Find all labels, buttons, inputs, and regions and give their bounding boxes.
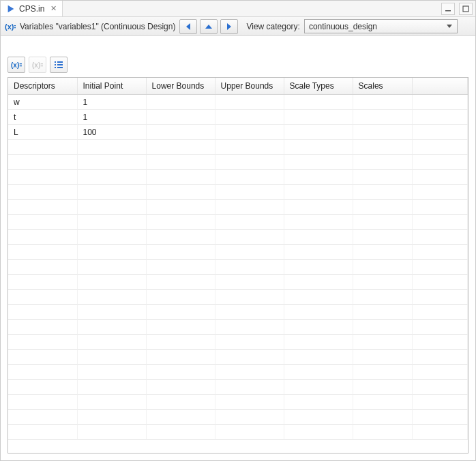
table-cell[interactable] — [8, 245, 77, 260]
table-cell[interactable] — [215, 305, 284, 320]
table-cell[interactable] — [8, 290, 77, 305]
table-cell[interactable] — [413, 200, 468, 215]
table-cell[interactable] — [146, 170, 215, 185]
table-cell[interactable] — [8, 260, 77, 275]
table-cell[interactable] — [77, 245, 146, 260]
table-cell[interactable] — [215, 275, 284, 290]
nav-up-button[interactable] — [200, 19, 218, 34]
table-cell[interactable] — [353, 140, 413, 155]
table-cell[interactable] — [413, 365, 468, 380]
view-category-select[interactable]: continuous_design — [304, 19, 458, 33]
tab-cps-in[interactable]: CPS.in ✕ — [1, 1, 63, 16]
table-cell[interactable] — [353, 410, 413, 425]
table-cell[interactable] — [77, 200, 146, 215]
table-cell[interactable] — [284, 170, 353, 185]
table-row[interactable] — [8, 215, 468, 230]
table-cell[interactable] — [215, 185, 284, 200]
table-cell[interactable] — [353, 200, 413, 215]
table-cell[interactable] — [353, 350, 413, 365]
table-cell[interactable] — [146, 350, 215, 365]
table-cell[interactable] — [146, 335, 215, 350]
table-cell[interactable] — [215, 425, 284, 440]
table-cell[interactable] — [284, 200, 353, 215]
table-cell[interactable] — [8, 410, 77, 425]
table-row[interactable]: L100 — [8, 125, 468, 140]
table-cell[interactable] — [8, 155, 77, 170]
table-cell[interactable]: t — [8, 110, 77, 125]
table-cell[interactable] — [8, 365, 77, 380]
table-cell[interactable] — [284, 395, 353, 410]
table-cell[interactable] — [284, 155, 353, 170]
table-cell[interactable] — [146, 185, 215, 200]
table-cell[interactable] — [284, 350, 353, 365]
table-cell[interactable] — [77, 290, 146, 305]
table-row[interactable] — [8, 305, 468, 320]
table-row[interactable] — [8, 335, 468, 350]
table-row[interactable] — [8, 260, 468, 275]
table-cell[interactable] — [77, 155, 146, 170]
table-row[interactable] — [8, 200, 468, 215]
table-cell[interactable] — [146, 95, 215, 110]
table-row[interactable] — [8, 320, 468, 335]
table-cell[interactable] — [413, 410, 468, 425]
table-cell[interactable] — [353, 290, 413, 305]
table-cell[interactable] — [215, 215, 284, 230]
table-cell[interactable] — [8, 185, 77, 200]
table-row[interactable] — [8, 155, 468, 170]
table-cell[interactable] — [353, 125, 413, 140]
table-cell[interactable] — [146, 200, 215, 215]
table-cell[interactable] — [353, 275, 413, 290]
table-cell[interactable] — [8, 140, 77, 155]
table-row[interactable] — [8, 275, 468, 290]
table-cell[interactable] — [8, 425, 77, 440]
table-cell[interactable] — [8, 335, 77, 350]
table-cell[interactable] — [77, 275, 146, 290]
table-cell[interactable] — [8, 170, 77, 185]
table-cell[interactable] — [413, 125, 468, 140]
table-cell[interactable] — [353, 380, 413, 395]
table-cell[interactable] — [284, 275, 353, 290]
table-cell[interactable] — [413, 350, 468, 365]
table-cell[interactable] — [146, 425, 215, 440]
table-cell[interactable] — [353, 170, 413, 185]
table-cell[interactable] — [284, 425, 353, 440]
table-cell[interactable] — [413, 245, 468, 260]
table-cell[interactable] — [8, 275, 77, 290]
table-cell[interactable]: w — [8, 95, 77, 110]
table-cell[interactable] — [413, 215, 468, 230]
table-cell[interactable] — [146, 320, 215, 335]
table-cell[interactable] — [8, 395, 77, 410]
table-cell[interactable] — [146, 395, 215, 410]
table-cell[interactable] — [77, 425, 146, 440]
table-cell[interactable] — [284, 140, 353, 155]
table-cell[interactable] — [284, 410, 353, 425]
table-cell[interactable] — [284, 305, 353, 320]
table-cell[interactable] — [413, 335, 468, 350]
table-cell[interactable] — [353, 155, 413, 170]
table-cell[interactable] — [8, 350, 77, 365]
nav-forward-button[interactable] — [220, 19, 238, 34]
column-header[interactable] — [413, 78, 468, 95]
table-row[interactable] — [8, 395, 468, 410]
table-cell[interactable] — [413, 260, 468, 275]
table-cell[interactable] — [77, 335, 146, 350]
table-cell[interactable] — [284, 365, 353, 380]
table-cell[interactable] — [215, 245, 284, 260]
table-row[interactable]: w1 — [8, 95, 468, 110]
add-variable-button[interactable]: (x)= — [8, 57, 25, 73]
table-cell[interactable] — [77, 365, 146, 380]
table-cell[interactable] — [284, 185, 353, 200]
table-cell[interactable] — [215, 290, 284, 305]
table-cell[interactable] — [215, 200, 284, 215]
table-cell[interactable] — [353, 260, 413, 275]
table-cell[interactable] — [146, 380, 215, 395]
table-cell[interactable] — [215, 125, 284, 140]
table-row[interactable] — [8, 185, 468, 200]
maximize-icon[interactable] — [459, 3, 473, 15]
table-cell[interactable] — [77, 410, 146, 425]
table-cell[interactable] — [413, 140, 468, 155]
table-cell[interactable] — [215, 110, 284, 125]
table-row[interactable] — [8, 140, 468, 155]
table-cell[interactable] — [8, 380, 77, 395]
table-cell[interactable] — [215, 170, 284, 185]
